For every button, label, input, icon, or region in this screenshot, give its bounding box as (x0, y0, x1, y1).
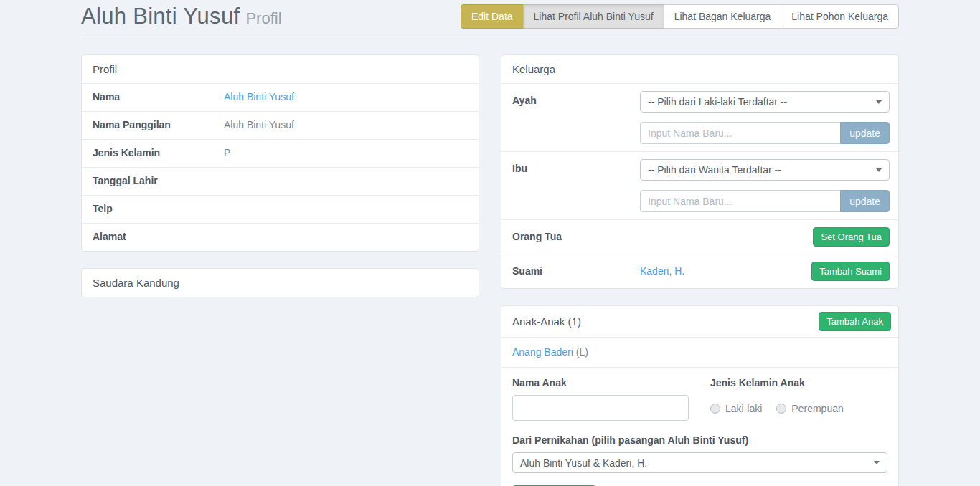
keluarga-row-ibu: Ibu -- Pilih dari Wanita Terdaftar -- up… (501, 151, 898, 219)
form-columns: Nama Anak Jenis Kelamin Anak Laki-laki (512, 377, 887, 421)
profil-row-nama-panggilan: Nama Panggilan Aluh Binti Yusuf (82, 111, 479, 139)
anak-anak-title: Anak-Anak (1) (512, 315, 581, 328)
anak-anak-card: Anak-Anak (1) Tambah Anak Anang Baderi (… (501, 305, 899, 486)
ayah-select[interactable]: -- Pilih dari Laki-laki Terdaftar -- (640, 91, 890, 113)
tanggal-lahir-label: Tanggal Lahir (93, 175, 224, 186)
edit-data-button[interactable]: Edit Data (461, 4, 524, 29)
lihat-pohon-keluarga-button[interactable]: Lihat Pohon Keluarga (781, 4, 899, 29)
radio-perempuan-label: Perempuan (791, 403, 843, 414)
ibu-select-value: -- Pilih dari Wanita Terdaftar -- (648, 164, 781, 176)
left-column: Profil Nama Aluh Binti Yusuf Nama Panggi… (81, 54, 479, 486)
nama-label: Nama (93, 91, 224, 103)
ayah-input-group: update (640, 122, 890, 144)
ibu-controls: -- Pilih dari Wanita Terdaftar -- update (640, 159, 890, 212)
nama-anak-column: Nama Anak (512, 377, 689, 421)
lihat-profil-button[interactable]: Lihat Profil Aluh Binti Yusuf (523, 4, 664, 29)
keluarga-row-suami: Suami Kaderi, H. Tambah Suami (501, 254, 898, 288)
gender-radio-group: Laki-laki Perempuan (710, 403, 844, 414)
lihat-bagan-keluarga-button[interactable]: Lihat Bagan Keluarga (664, 4, 782, 29)
profil-card-title: Profil (82, 55, 479, 83)
page-title: Aluh Binti Yusuf (81, 4, 240, 29)
profil-row-tanggal-lahir: Tanggal Lahir (82, 167, 479, 195)
chevron-down-icon (874, 461, 880, 464)
child-name-link[interactable]: Anang Baderi (512, 346, 573, 358)
chevron-down-icon (876, 168, 882, 172)
ayah-update-button[interactable]: update (840, 122, 890, 144)
dari-pernikahan-select-value: Aluh Binti Yusuf & Kaderi, H. (520, 457, 647, 469)
title-wrap: Aluh Binti Yusuf Profil (81, 4, 282, 29)
nama-panggilan-label: Nama Panggilan (93, 119, 224, 130)
chevron-down-icon (876, 100, 882, 104)
keluarga-card: Keluarga Ayah -- Pilih dari Laki-laki Te… (501, 54, 899, 289)
child-gender-suffix: (L) (573, 346, 588, 358)
tambah-anak-header-button[interactable]: Tambah Anak (819, 312, 891, 331)
ibu-input-group: update (640, 190, 890, 212)
suami-label: Suami (509, 262, 640, 281)
keluarga-row-orang-tua: Orang Tua Set Orang Tua (501, 219, 898, 254)
jenis-kelamin-value: P (224, 147, 230, 158)
radio-laki-laki[interactable]: Laki-laki (710, 403, 762, 414)
nama-anak-input[interactable] (512, 395, 689, 421)
profil-row-alamat: Alamat (82, 223, 479, 251)
tambah-anak-form: Nama Anak Jenis Kelamin Anak Laki-laki (501, 367, 898, 486)
page-header: Aluh Binti Yusuf Profil Edit Data Lihat … (81, 0, 899, 39)
keluarga-card-title: Keluarga (501, 55, 898, 83)
ibu-label: Ibu (509, 159, 640, 212)
radio-laki-laki-label: Laki-laki (725, 403, 762, 414)
radio-perempuan[interactable]: Perempuan (776, 403, 843, 414)
right-column: Keluarga Ayah -- Pilih dari Laki-laki Te… (501, 54, 899, 486)
ayah-label: Ayah (509, 91, 640, 144)
view-button-group: Edit Data Lihat Profil Aluh Binti Yusuf … (461, 4, 899, 29)
ayah-select-value: -- Pilih dari Laki-laki Terdaftar -- (648, 96, 787, 108)
tambah-suami-button[interactable]: Tambah Suami (811, 262, 890, 281)
saudara-kandung-card: Saudara Kandung (81, 268, 479, 297)
radio-circle-icon[interactable] (776, 404, 786, 414)
nama-value-link[interactable]: Aluh Binti Yusuf (224, 91, 294, 103)
saudara-kandung-title: Saudara Kandung (82, 269, 479, 297)
nama-panggilan-value: Aluh Binti Yusuf (224, 119, 294, 130)
jenis-kelamin-anak-column: Jenis Kelamin Anak Laki-laki Perempuan (710, 377, 844, 421)
dari-pernikahan-select[interactable]: Aluh Binti Yusuf & Kaderi, H. (512, 452, 887, 473)
ibu-select[interactable]: -- Pilih dari Wanita Terdaftar -- (640, 159, 890, 181)
telp-label: Telp (93, 203, 224, 214)
dari-pernikahan-label: Dari Pernikahan (pilih pasangan Aluh Bin… (512, 434, 887, 446)
suami-value-link[interactable]: Kaderi, H. (640, 262, 684, 281)
anak-anak-card-header: Anak-Anak (1) Tambah Anak (501, 306, 898, 337)
profil-card: Profil Nama Aluh Binti Yusuf Nama Panggi… (81, 54, 479, 252)
page-container: Aluh Binti Yusuf Profil Edit Data Lihat … (81, 0, 899, 486)
child-list-item: Anang Baderi (L) (501, 337, 898, 367)
ayah-controls: -- Pilih dari Laki-laki Terdaftar -- upd… (640, 91, 890, 144)
alamat-label: Alamat (93, 231, 224, 242)
set-orang-tua-button[interactable]: Set Orang Tua (813, 227, 890, 247)
jenis-kelamin-label: Jenis Kelamin (93, 147, 224, 158)
main-columns: Profil Nama Aluh Binti Yusuf Nama Panggi… (81, 54, 899, 486)
ayah-nama-baru-input[interactable] (640, 122, 840, 144)
ibu-update-button[interactable]: update (840, 190, 890, 212)
orang-tua-label: Orang Tua (509, 227, 640, 247)
radio-circle-icon[interactable] (710, 404, 720, 414)
profil-row-jenis-kelamin: Jenis Kelamin P (82, 139, 479, 167)
profil-row-telp: Telp (82, 195, 479, 223)
page-subtitle: Profil (245, 9, 281, 28)
ibu-nama-baru-input[interactable] (640, 190, 840, 212)
profil-row-nama: Nama Aluh Binti Yusuf (82, 83, 479, 111)
jenis-kelamin-anak-label: Jenis Kelamin Anak (710, 377, 844, 389)
keluarga-row-ayah: Ayah -- Pilih dari Laki-laki Terdaftar -… (501, 83, 898, 151)
nama-anak-label: Nama Anak (512, 377, 689, 389)
